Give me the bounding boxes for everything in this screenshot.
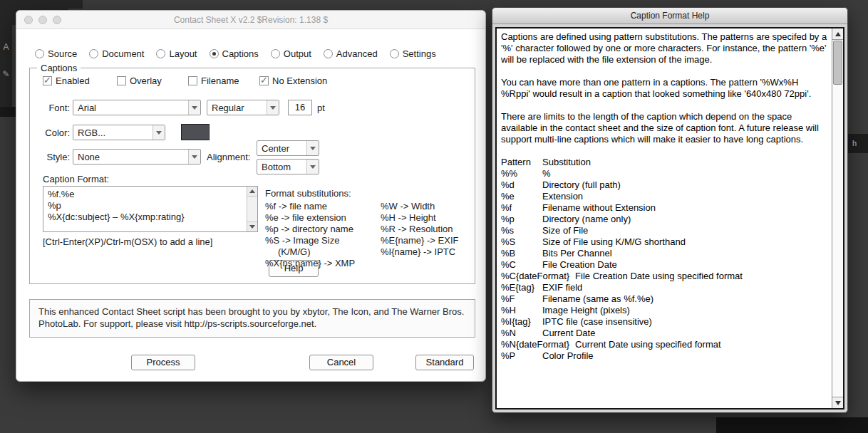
pattern-desc: Filename without Extension bbox=[542, 202, 656, 214]
pattern-row: %FFilename (same as %f.%e) bbox=[501, 293, 828, 305]
process-button[interactable]: Process bbox=[131, 355, 195, 370]
style-select[interactable]: None bbox=[73, 149, 201, 165]
pattern-row: %sSize of File bbox=[501, 225, 828, 236]
font-style-select[interactable]: Regular bbox=[207, 100, 279, 115]
scroll-up-icon[interactable] bbox=[247, 187, 257, 197]
scroll-up-icon[interactable] bbox=[832, 28, 843, 40]
type-tool-icon[interactable]: A bbox=[3, 42, 9, 52]
checkbox-enabled[interactable]: Enabled bbox=[43, 75, 90, 86]
subs-line: %H -> Height bbox=[381, 212, 458, 224]
chevron-down-icon bbox=[306, 160, 319, 174]
zoom-button[interactable] bbox=[53, 16, 61, 24]
background-panel-bottom-fragment bbox=[716, 417, 868, 433]
panel-tab-fragment: h bbox=[848, 134, 868, 153]
scrollbar-thumb[interactable] bbox=[833, 41, 842, 85]
pattern-row: %dDirectory (full path) bbox=[501, 179, 828, 191]
checkbox-filename[interactable]: Filename bbox=[188, 75, 239, 86]
caption-format-line: %X{dc:subject} – %X{xmp:rating} bbox=[48, 212, 242, 223]
pattern-code: %p bbox=[501, 214, 542, 225]
pattern-desc: Extension bbox=[542, 191, 583, 202]
alignment-horizontal-select[interactable]: Center bbox=[257, 140, 319, 156]
pattern-desc: File Creation Date bbox=[542, 259, 617, 271]
pattern-row: %%% bbox=[501, 168, 828, 179]
subs-line: %I{name} -> IPTC bbox=[381, 246, 458, 258]
chevron-down-icon bbox=[188, 150, 200, 164]
color-mode-select[interactable]: RGB... bbox=[73, 125, 165, 140]
help-window: Caption Format Help Captions are defined… bbox=[492, 7, 848, 413]
help-paragraph: Captions are defined using pattern subst… bbox=[501, 31, 828, 66]
subs-line: %W -> Width bbox=[381, 201, 458, 212]
pattern-desc: Current Date bbox=[542, 328, 595, 339]
photoshop-toolbar-fragment: A ✎ bbox=[0, 25, 12, 107]
radio-icon bbox=[35, 49, 44, 58]
subs-line: %S -> Image Size bbox=[265, 235, 355, 246]
tab-source[interactable]: Source bbox=[35, 48, 77, 59]
panel-tab-label: h bbox=[852, 139, 857, 147]
tab-captions[interactable]: Captions bbox=[210, 48, 259, 59]
chevron-down-icon bbox=[267, 100, 279, 115]
checkbox-icon bbox=[259, 76, 269, 85]
pen-tool-icon[interactable]: ✎ bbox=[2, 69, 9, 79]
font-size-input[interactable]: 16 bbox=[288, 100, 312, 115]
background-panel-fragment-small bbox=[68, 0, 83, 9]
chevron-down-icon bbox=[188, 100, 200, 115]
scroll-down-icon[interactable] bbox=[832, 397, 843, 408]
pattern-desc: Image Height (pixels) bbox=[542, 305, 630, 316]
scroll-down-icon[interactable] bbox=[247, 221, 257, 231]
tab-advanced[interactable]: Advanced bbox=[324, 48, 378, 59]
tab-document[interactable]: Document bbox=[89, 48, 144, 59]
caption-format-label: Caption Format: bbox=[43, 174, 109, 184]
checkbox-label: Overlay bbox=[130, 75, 162, 86]
pattern-desc: Current Date using specified format bbox=[575, 339, 720, 350]
subs-line: %e -> file extension bbox=[265, 212, 355, 224]
tab-layout[interactable]: Layout bbox=[156, 48, 197, 59]
pattern-code: %F bbox=[501, 293, 542, 305]
style-value: None bbox=[73, 152, 188, 162]
pattern-desc: IPTC file (case insensitive) bbox=[542, 316, 652, 328]
subs-line: %f -> file name bbox=[265, 201, 355, 212]
tab-label: Advanced bbox=[336, 48, 378, 59]
pattern-row: %pDirectory (name only) bbox=[501, 214, 828, 225]
pattern-code: %B bbox=[501, 248, 542, 259]
caption-format-lines: %f.%e %p %X{dc:subject} – %X{xmp:rating} bbox=[43, 187, 247, 231]
section-tabs: Source Document Layout Captions Output A… bbox=[35, 48, 436, 59]
help-scrollbar[interactable] bbox=[832, 28, 843, 408]
caption-format-input[interactable]: %f.%e %p %X{dc:subject} – %X{xmp:rating} bbox=[43, 186, 258, 232]
font-label: Font: bbox=[43, 103, 70, 113]
caption-format-scrollbar[interactable] bbox=[247, 187, 257, 231]
captions-group-legend: Captions bbox=[37, 63, 81, 73]
font-family-value: Arial bbox=[73, 103, 188, 113]
checkbox-overlay[interactable]: Overlay bbox=[117, 75, 162, 86]
pattern-code: %e bbox=[501, 191, 542, 202]
pattern-row: %SSize of File using K/M/G shorthand bbox=[501, 236, 828, 248]
pattern-row: %eExtension bbox=[501, 191, 828, 202]
help-window-titlebar[interactable]: Caption Format Help bbox=[492, 8, 847, 24]
header-substitution: Substitution bbox=[542, 157, 591, 168]
pattern-row: %BBits Per Channel bbox=[501, 248, 828, 259]
tab-label: Document bbox=[102, 48, 144, 59]
alignment-vertical-select[interactable]: Bottom bbox=[257, 159, 319, 174]
checkbox-label: No Extension bbox=[272, 75, 327, 86]
color-swatch[interactable] bbox=[181, 124, 210, 140]
checkbox-no-extension[interactable]: No Extension bbox=[259, 75, 327, 86]
tab-label: Captions bbox=[222, 48, 259, 59]
contact-sheet-titlebar[interactable]: Contact Sheet X v2.2 $Revision: 1.138 $ bbox=[16, 11, 485, 29]
tab-output[interactable]: Output bbox=[271, 48, 311, 59]
minimize-button[interactable] bbox=[38, 16, 47, 24]
pattern-code: %f bbox=[501, 202, 542, 214]
cancel-button[interactable]: Cancel bbox=[309, 355, 373, 370]
checkbox-label: Filename bbox=[201, 75, 239, 86]
toolbar-divider-fragment bbox=[0, 107, 16, 117]
pattern-code: %N{dateFormat} bbox=[501, 339, 575, 350]
radio-icon bbox=[156, 49, 165, 58]
pattern-code: %% bbox=[501, 168, 542, 179]
add-line-hint: [Ctrl-Enter(XP)/Ctrl-m(OSX) to add a lin… bbox=[43, 236, 212, 247]
color-mode-value: RGB... bbox=[73, 127, 153, 138]
tab-settings[interactable]: Settings bbox=[390, 48, 436, 59]
standard-button[interactable]: Standard bbox=[415, 355, 474, 370]
tab-label: Source bbox=[48, 48, 77, 59]
close-button[interactable] bbox=[24, 16, 33, 24]
caption-format-line: %f.%e bbox=[48, 189, 242, 200]
font-family-select[interactable]: Arial bbox=[73, 100, 201, 115]
pattern-row: %E{tag}EXIF field bbox=[501, 282, 828, 293]
